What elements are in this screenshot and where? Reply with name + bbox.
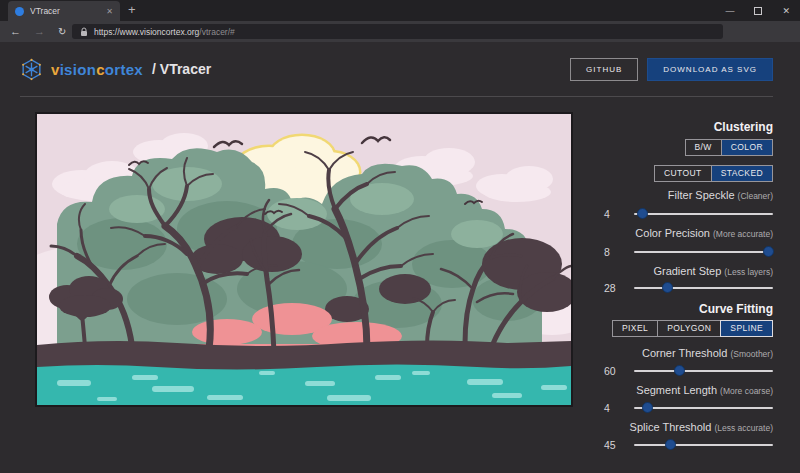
tab-close-icon[interactable]: ✕	[106, 7, 113, 16]
forward-icon[interactable]: →	[34, 26, 45, 37]
traced-illustration	[37, 114, 571, 405]
slider-thumb[interactable]	[637, 208, 648, 219]
segment-length-value: 4	[600, 402, 626, 414]
filter-speckle-label: Filter Speckle (Cleaner)	[600, 189, 773, 203]
window-close-button[interactable]: ✕	[782, 6, 790, 16]
segment-length-label: Segment Length (More coarse)	[600, 384, 773, 398]
refresh-icon[interactable]: ↻	[58, 27, 66, 37]
url-text: https://www.visioncortex.org/vtracer/#	[94, 27, 235, 37]
github-button[interactable]: GITHUB	[570, 58, 638, 81]
window-controls: — ✕	[725, 0, 790, 21]
page-header: visioncortex / VTracer GITHUB DOWNLOAD A…	[20, 52, 773, 86]
slider-thumb[interactable]	[763, 246, 774, 257]
splice-threshold-label: Splice Threshold (Less accurate)	[600, 421, 773, 435]
splice-threshold-slider[interactable]: 45	[600, 439, 773, 451]
corner-threshold-slider[interactable]: 60	[600, 365, 773, 377]
slider-track[interactable]	[634, 213, 773, 215]
slider-track[interactable]	[634, 287, 773, 289]
browser-titlebar: VTracer ✕ + — ✕	[0, 0, 800, 21]
cutout-button[interactable]: CUTOUT	[654, 165, 712, 182]
brand-wordmark: visioncortex	[51, 61, 143, 78]
color-precision-value: 8	[600, 246, 626, 258]
browser-toolbar: ← → ↻ https://www.visioncortex.org/vtrac…	[0, 21, 800, 42]
settings-panel: Clustering B/W COLOR CUTOUT STACKED Filt…	[600, 112, 773, 451]
corner-threshold-value: 60	[600, 365, 626, 377]
slider-thumb[interactable]	[662, 282, 673, 293]
vtracer-page: visioncortex / VTracer GITHUB DOWNLOAD A…	[0, 42, 800, 473]
window-minimize-button[interactable]: —	[725, 6, 734, 16]
slider-track[interactable]	[634, 444, 773, 446]
header-divider	[20, 96, 773, 97]
slider-thumb[interactable]	[674, 365, 685, 376]
slider-thumb[interactable]	[665, 439, 676, 450]
slider-track[interactable]	[634, 407, 773, 409]
back-icon[interactable]: ←	[10, 26, 21, 37]
color-button[interactable]: COLOR	[721, 139, 773, 156]
slider-thumb[interactable]	[642, 402, 653, 413]
filter-speckle-value: 4	[600, 208, 626, 220]
section-title-curve-fitting: Curve Fitting	[600, 302, 773, 316]
slider-track[interactable]	[634, 370, 773, 372]
color-precision-slider[interactable]: 8	[600, 246, 773, 258]
pixel-button[interactable]: PIXEL	[612, 320, 658, 337]
tab-favicon-icon	[15, 7, 24, 16]
address-bar[interactable]: https://www.visioncortex.org/vtracer/#	[72, 24, 723, 39]
preview-canvas[interactable]	[35, 112, 573, 407]
tab-title: VTracer	[30, 6, 100, 16]
new-tab-button[interactable]: +	[128, 2, 136, 17]
curve-mode-button-group: PIXEL POLYGON SPLINE	[600, 320, 773, 337]
gradient-step-value: 28	[600, 282, 626, 294]
corner-threshold-label: Corner Threshold (Smoother)	[600, 347, 773, 361]
stacked-button[interactable]: STACKED	[711, 165, 773, 182]
layer-button-group: CUTOUT STACKED	[600, 165, 773, 182]
download-svg-button[interactable]: DOWNLOAD AS SVG	[647, 58, 773, 81]
browser-tab[interactable]: VTracer ✕	[8, 1, 120, 21]
section-title-clustering: Clustering	[600, 120, 773, 134]
bw-button[interactable]: B/W	[685, 139, 722, 156]
polygon-button[interactable]: POLYGON	[657, 320, 721, 337]
slider-track[interactable]	[634, 251, 773, 253]
filter-speckle-slider[interactable]: 4	[600, 208, 773, 220]
mode-button-group: B/W COLOR	[600, 139, 773, 156]
splice-threshold-value: 45	[600, 439, 626, 451]
segment-length-slider[interactable]: 4	[600, 402, 773, 414]
color-precision-label: Color Precision (More accurate)	[600, 227, 773, 241]
window-maximize-button[interactable]	[754, 7, 762, 15]
gradient-step-label: Gradient Step (Less layers)	[600, 265, 773, 279]
lock-icon	[80, 27, 88, 37]
gradient-step-slider[interactable]: 28	[600, 282, 773, 294]
app-name: / VTracer	[152, 61, 211, 77]
spline-button[interactable]: SPLINE	[720, 320, 773, 337]
visioncortex-logo-icon	[20, 58, 43, 81]
